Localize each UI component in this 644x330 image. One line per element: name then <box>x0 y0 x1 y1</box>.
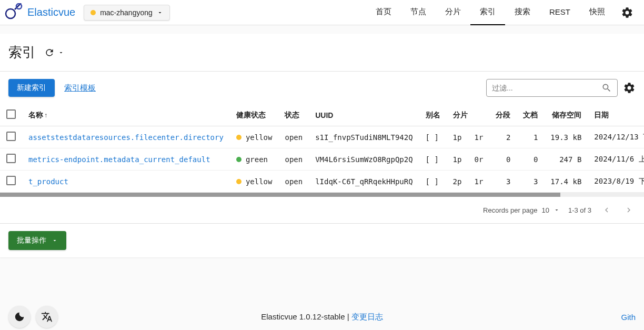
refresh-icon <box>44 47 55 58</box>
brand-title[interactable]: Elasticvue <box>27 6 75 18</box>
table-row: metrics-endpoint.metadata_current_defaul… <box>0 148 644 171</box>
row-checkbox[interactable] <box>6 154 16 163</box>
records-value: 10 <box>541 206 549 214</box>
cell-pri: 1p <box>447 126 468 148</box>
refresh-button[interactable] <box>44 47 64 58</box>
col-status[interactable]: 状态 <box>278 104 309 126</box>
index-link[interactable]: metrics-endpoint.metadata_current_defaul… <box>28 155 210 164</box>
cell-segments: 3 <box>489 171 517 193</box>
row-checkbox[interactable] <box>6 132 16 141</box>
cell-uuid: VM4L6rsiSumWzO8RgpQp2Q <box>309 148 419 171</box>
rows-per-page[interactable]: Records per page 10 <box>483 206 560 214</box>
theme-toggle-button[interactable] <box>8 306 31 328</box>
health-text: green <box>246 155 268 164</box>
cell-uuid: lIdqK-C6T_qRRqekHHpuRQ <box>309 171 419 193</box>
elasticvue-logo-icon <box>4 3 23 22</box>
chevron-right-icon <box>624 205 633 215</box>
table-row: assetstestdataresources.filecenter.direc… <box>0 126 644 148</box>
cell-date: 2024/11/6 上午 <box>588 148 644 171</box>
moon-icon <box>14 311 25 323</box>
prev-page-button[interactable] <box>600 203 613 217</box>
cluster-selector[interactable]: mac-zhangyong <box>84 5 170 21</box>
sort-asc-icon: ↑ <box>44 112 47 119</box>
col-uuid[interactable]: UUID <box>309 104 419 126</box>
chevron-left-icon <box>602 205 611 215</box>
cell-docs: 0 <box>517 148 544 171</box>
col-storage[interactable]: 储存空间 <box>544 104 588 126</box>
cell-aliases: [ ] <box>419 126 447 148</box>
app-bar: Elasticvue mac-zhangyong 首页 节点 分片 索引 搜索 … <box>0 0 644 25</box>
nav-snapshots[interactable]: 快照 <box>580 0 615 25</box>
scrollbar-thumb[interactable] <box>0 193 560 197</box>
col-name[interactable]: 名称↑ <box>22 104 230 126</box>
nav-shards[interactable]: 分片 <box>436 0 470 25</box>
health-status-icon <box>236 135 242 140</box>
index-templates-link[interactable]: 索引模板 <box>64 83 96 93</box>
table-settings-button[interactable] <box>623 82 636 94</box>
row-checkbox[interactable] <box>6 176 16 185</box>
index-link[interactable]: t_product <box>28 177 68 186</box>
settings-button[interactable] <box>615 2 640 23</box>
new-index-button[interactable]: 新建索引 <box>8 79 55 97</box>
nav-home[interactable]: 首页 <box>366 0 401 25</box>
health-text: yellow <box>246 177 273 186</box>
col-health[interactable]: 健康状态 <box>230 104 279 126</box>
next-page-button[interactable] <box>622 203 636 217</box>
cell-pri: 1p <box>447 148 468 171</box>
language-icon <box>41 311 53 323</box>
nav-nodes[interactable]: 节点 <box>401 0 436 25</box>
gear-icon <box>621 6 633 19</box>
nav-indices[interactable]: 索引 <box>470 0 505 25</box>
cell-docs: 3 <box>517 171 544 193</box>
col-docs[interactable]: 文档 <box>517 104 544 126</box>
nav-rest[interactable]: REST <box>540 0 580 25</box>
search-icon <box>601 83 612 93</box>
cell-date: 2023/8/19 下午 <box>588 171 644 193</box>
cell-rep: 0r <box>468 148 489 171</box>
caret-down-icon <box>554 207 560 213</box>
col-segments[interactable]: 分段 <box>489 104 517 126</box>
index-link[interactable]: assetstestdataresources.filecenter.direc… <box>28 133 224 142</box>
page-header: 索引 <box>0 34 644 72</box>
cell-status: open <box>278 126 309 148</box>
table-row: t_productyellowopenlIdqK-C6T_qRRqekHHpuR… <box>0 171 644 193</box>
horizontal-scrollbar[interactable] <box>0 193 644 197</box>
health-status-icon <box>236 179 242 184</box>
cell-segments: 0 <box>489 148 517 171</box>
health-status-icon <box>236 157 242 162</box>
footer: Elasticvue 1.0.12-stable | 变更日志 Gith <box>0 299 644 330</box>
cell-status: open <box>278 171 309 193</box>
cell-rep: 1r <box>468 171 489 193</box>
col-aliases[interactable]: 别名 <box>419 104 447 126</box>
table-header-row: 名称↑ 健康状态 状态 UUID 别名 分片 分段 文档 储存空间 日期 <box>0 104 644 126</box>
record-range: 1-3 of 3 <box>568 206 591 214</box>
caret-down-icon <box>52 237 58 244</box>
caret-down-icon <box>58 49 64 56</box>
toolbar: 新建索引 索引模板 <box>0 72 644 104</box>
cell-rep: 1r <box>468 126 489 148</box>
col-shards[interactable]: 分片 <box>447 104 490 126</box>
select-all-checkbox[interactable] <box>6 109 16 119</box>
col-date[interactable]: 日期 <box>588 104 644 126</box>
bulk-action-button[interactable]: 批量操作 <box>8 231 66 250</box>
health-text: yellow <box>246 133 273 142</box>
language-button[interactable] <box>36 306 58 328</box>
page-title: 索引 <box>8 43 36 62</box>
cluster-name: mac-zhangyong <box>100 8 153 17</box>
cell-date: 2024/12/13 下 <box>588 126 644 148</box>
github-link[interactable]: Gith <box>621 313 636 322</box>
footer-version: Elasticvue 1.0.12-stable | 变更日志 <box>261 312 383 322</box>
nav-search[interactable]: 搜索 <box>505 0 540 25</box>
logo-wrap: Elasticvue <box>4 3 84 22</box>
indices-table: 名称↑ 健康状态 状态 UUID 别名 分片 分段 文档 储存空间 日期 ass… <box>0 104 644 193</box>
filter-input[interactable] <box>492 84 601 92</box>
main-nav: 首页 节点 分片 索引 搜索 REST 快照 <box>366 0 640 25</box>
cell-segments: 2 <box>489 126 517 148</box>
cell-uuid: s1I_fnvpSTudiN8MLT942Q <box>309 126 419 148</box>
changelog-link[interactable]: 变更日志 <box>351 312 383 321</box>
svg-point-0 <box>6 9 15 18</box>
cluster-status-icon <box>90 10 96 15</box>
cell-pri: 2p <box>447 171 468 193</box>
chevron-down-icon <box>157 9 163 16</box>
filter-box[interactable] <box>486 79 618 97</box>
